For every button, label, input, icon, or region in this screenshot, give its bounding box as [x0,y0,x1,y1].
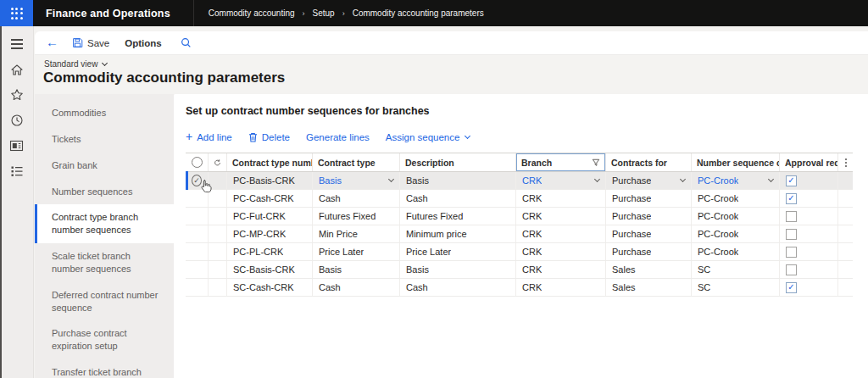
cell-contract-type-number[interactable]: PC-Basis-CRK [227,172,313,189]
cell-contracts-for[interactable]: Sales [606,279,692,296]
cell-contracts-for[interactable]: Purchase [606,243,692,260]
cell-contracts-for[interactable]: Purchase [606,208,692,225]
cell-branch[interactable]: CRK [516,261,606,278]
row-select-cell[interactable] [186,225,209,242]
cell-contract-type[interactable]: Cash [313,190,400,207]
cell-branch[interactable]: CRK [516,190,606,207]
cell-number-sequence-code[interactable]: PC-Crook [692,225,780,242]
recent-clock-icon[interactable] [9,113,25,128]
modules-list-icon[interactable] [9,164,25,179]
menu-icon[interactable] [9,36,25,52]
assign-sequence-button[interactable]: Assign sequence [386,132,470,142]
cell-contract-type[interactable]: Price Later [313,243,400,260]
sidebar-item[interactable]: Scale ticket branch number sequences [35,243,174,282]
cell-branch[interactable]: CRK [516,208,606,225]
grid-more-options[interactable] [838,153,853,171]
row-select-cell[interactable] [186,208,209,225]
cell-approval-required[interactable] [780,208,838,225]
approval-checkbox[interactable] [786,193,797,204]
cell-approval-required[interactable] [780,261,838,278]
table-row[interactable]: PC-Basis-CRK Basis Basis CRK Purchase PC… [186,172,853,190]
approval-checkbox[interactable] [786,229,797,240]
cell-approval-required[interactable] [780,225,838,242]
back-arrow-icon[interactable]: ← [46,36,58,48]
column-header-contract-type-number[interactable]: Contract type number... ↑ [227,153,313,171]
column-header-description[interactable]: Description [400,153,516,171]
approval-checkbox[interactable] [786,175,797,186]
table-row[interactable]: PC-MP-CRK Min Price Minimum price CRK Pu… [186,225,853,243]
view-selector[interactable]: Standard view [44,59,107,69]
column-header-branch[interactable]: Branch [516,153,606,171]
sidebar-item[interactable]: Grain bank [35,153,174,179]
sidebar-item[interactable]: Contract type branch number sequences [35,204,174,243]
cell-description[interactable]: Minimum price [400,225,516,242]
cell-contract-type-number[interactable]: PC-PL-CRK [227,243,313,260]
delete-button[interactable]: Delete [248,132,290,142]
cell-contract-type-number[interactable]: SC-Cash-CRK [227,279,313,296]
column-header-approval-required[interactable]: Approval requi... [780,153,838,171]
table-row[interactable]: PC-Cash-CRK Cash Cash CRK Purchase PC-Cr… [186,190,853,208]
save-button[interactable]: Save [72,37,109,48]
options-menu[interactable]: Options [125,38,161,48]
cell-description[interactable]: Price Later [400,243,516,260]
cell-description[interactable]: Basis [400,172,516,189]
cell-approval-required[interactable] [780,190,838,207]
breadcrumb-setup[interactable]: Setup [313,8,335,18]
cell-approval-required[interactable] [780,279,838,296]
cell-number-sequence-code[interactable]: PC-Crook [692,208,780,225]
cell-approval-required[interactable] [780,243,838,260]
cell-number-sequence-code[interactable]: SC [692,279,780,296]
cell-description[interactable]: Basis [400,261,516,278]
cell-contract-type-number[interactable]: PC-Cash-CRK [227,190,313,207]
cell-number-sequence-code[interactable]: PC-Crook [692,190,780,207]
cell-number-sequence-code[interactable]: PC-Crook [692,243,780,260]
cell-branch[interactable]: CRK [516,243,606,260]
sidebar-item[interactable]: Tickets [35,126,174,153]
app-title[interactable]: Finance and Operations [46,8,170,19]
search-icon[interactable] [181,37,192,48]
generate-lines-button[interactable]: Generate lines [306,132,370,142]
cell-contract-type[interactable]: Cash [313,279,400,296]
cell-contract-type[interactable]: Basis [313,172,400,189]
home-icon[interactable] [9,62,25,77]
approval-checkbox[interactable] [786,264,797,275]
breadcrumb-module[interactable]: Commodity accounting [209,8,295,18]
sidebar-item[interactable]: Number sequences [35,179,174,205]
table-row[interactable]: SC-Basis-CRK Basis Basis CRK Sales SC [186,261,853,279]
approval-checkbox[interactable] [786,247,797,258]
cell-approval-required[interactable] [780,172,838,189]
row-select-cell[interactable] [186,243,209,260]
cell-contract-type[interactable]: Basis [313,261,400,278]
row-select-cell[interactable] [186,172,209,189]
sidebar-item[interactable]: Purchase contract expiration setup [35,320,174,359]
table-row[interactable]: SC-Cash-CRK Cash Cash CRK Sales SC [186,279,853,297]
cell-description[interactable]: Cash [400,190,516,207]
cell-contract-type[interactable]: Futures Fixed [313,208,400,225]
cell-contract-type-number[interactable]: PC-Fut-CRK [227,208,313,225]
add-line-button[interactable]: + Add line [186,131,232,142]
app-launcher-button[interactable] [0,0,33,26]
workspaces-icon[interactable] [9,138,25,153]
row-select-cell[interactable] [186,279,209,296]
column-header-number-sequence-code[interactable]: Number sequence code [692,153,780,171]
cell-branch[interactable]: CRK [516,225,606,242]
row-select-cell[interactable] [186,190,209,207]
cell-contracts-for[interactable]: Sales [606,261,692,278]
cell-contracts-for[interactable]: Purchase [606,225,692,242]
cell-contracts-for[interactable]: Purchase [606,172,692,189]
column-header-contracts-for[interactable]: Contracts for [606,153,692,171]
refresh-button[interactable] [209,153,227,171]
cell-description[interactable]: Futures Fixed [400,208,516,225]
approval-checkbox[interactable] [786,211,797,222]
cell-branch[interactable]: CRK [516,172,606,189]
cell-branch[interactable]: CRK [516,279,606,296]
sidebar-item[interactable]: Commodities [35,100,174,126]
favorites-star-icon[interactable] [9,87,25,103]
sidebar-item[interactable]: Transfer ticket branch governing [35,359,174,378]
breadcrumb-page[interactable]: Commodity accounting parameters [353,8,484,18]
table-row[interactable]: PC-Fut-CRK Futures Fixed Futures Fixed C… [186,208,853,225]
approval-checkbox[interactable] [786,282,797,293]
table-row[interactable]: PC-PL-CRK Price Later Price Later CRK Pu… [186,243,853,261]
cell-contract-type-number[interactable]: SC-Basis-CRK [227,261,313,278]
cell-number-sequence-code[interactable]: SC [692,261,780,278]
